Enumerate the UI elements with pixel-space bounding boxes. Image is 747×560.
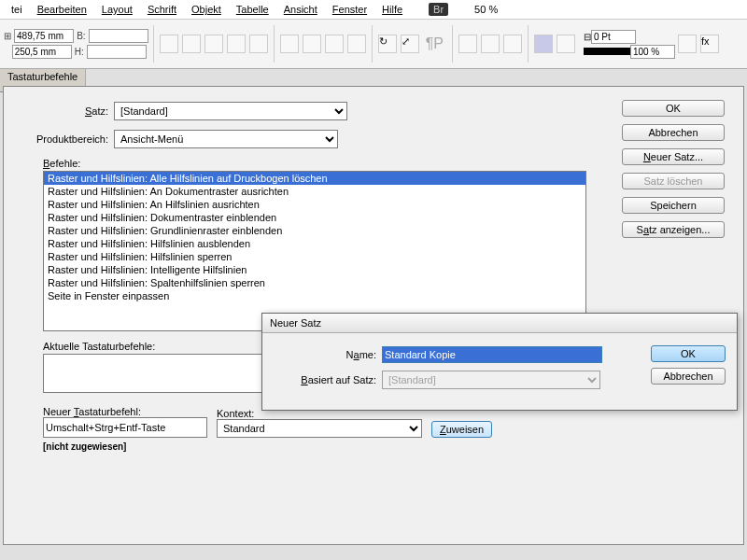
list-item[interactable]: Raster und Hilfslinien: Alle Hilfslinien…	[44, 172, 585, 185]
x-position-field[interactable]	[14, 29, 74, 43]
width-field[interactable]	[89, 29, 148, 43]
toolbar-icon[interactable]	[325, 35, 344, 53]
list-item[interactable]: Raster und Hilfslinien: Grundlinienraste…	[44, 224, 585, 237]
context-select[interactable]: Standard	[217, 419, 422, 438]
ok-button[interactable]: OK	[622, 100, 725, 117]
menu-layout[interactable]: Layout	[94, 4, 140, 15]
list-item[interactable]: Seite in Fenster einpassen	[44, 289, 585, 302]
stroke-style[interactable]	[584, 48, 630, 55]
opacity-field[interactable]	[630, 45, 675, 59]
new-set-button[interactable]: Neuer Satz...	[622, 148, 725, 165]
toolbar-icon[interactable]	[303, 35, 321, 53]
menu-bar: tei Bearbeiten Layout Schrift Objekt Tab…	[0, 0, 747, 20]
menu-file[interactable]: tei	[4, 4, 30, 15]
toolbar-icon[interactable]	[182, 35, 201, 53]
stroke-weight-field[interactable]	[591, 30, 636, 44]
list-item[interactable]: Raster und Hilfslinien: An Dokumentraste…	[44, 185, 585, 198]
flip-icon[interactable]: ⤢	[401, 35, 419, 53]
toolbar-icon[interactable]	[204, 35, 223, 53]
menu-window[interactable]: Fenster	[325, 4, 374, 15]
control-toolbar: ⊞ B: H: ↻⤢¶P ⊟ fx	[0, 20, 747, 69]
toolbar-icon[interactable]	[458, 35, 477, 53]
list-item[interactable]: Raster und Hilfslinien: Hilfslinien sper…	[44, 250, 585, 263]
toolbar-icon[interactable]	[678, 35, 697, 53]
toolbar-icon[interactable]	[280, 35, 299, 53]
toolbar-icon[interactable]	[249, 35, 268, 53]
list-item[interactable]: Raster und Hilfslinien: Intelligente Hil…	[44, 263, 585, 276]
fx-icon[interactable]: fx	[700, 35, 719, 53]
list-item[interactable]: Raster und Hilfslinien: An Hilfslinien a…	[44, 198, 585, 211]
set-select[interactable]: [Standard]	[114, 102, 347, 120]
cancel-button[interactable]: Abbrechen	[622, 124, 725, 141]
menu-table[interactable]: Tabelle	[229, 4, 276, 15]
fill-icon[interactable]	[534, 35, 553, 53]
list-item[interactable]: Raster und Hilfslinien: Hilfslinien ausb…	[44, 237, 585, 250]
bridge-icon[interactable]: Br	[429, 3, 448, 16]
rotate-icon[interactable]: ↻	[378, 35, 397, 53]
new-shortcut-label: Neuer Tastaturbefehl:	[43, 406, 207, 417]
stroke-icon[interactable]	[557, 35, 575, 53]
new-set-modal: Neuer Satz Name: Basiert auf Satz: [Stan…	[261, 313, 738, 411]
product-area-select[interactable]: Ansicht-Menü	[114, 130, 338, 148]
set-label: Satz:	[19, 105, 114, 117]
name-label: Name:	[274, 349, 382, 360]
height-field[interactable]	[87, 45, 147, 59]
show-set-button[interactable]: Satz anzeigen...	[622, 221, 725, 238]
menu-help[interactable]: Hilfe	[374, 4, 410, 15]
modal-ok-button[interactable]: OK	[651, 345, 726, 362]
product-area-label: Produktbereich:	[19, 133, 114, 145]
assignment-status: [nicht zugewiesen]	[43, 441, 728, 452]
based-on-select[interactable]: [Standard]	[382, 371, 600, 389]
menu-object[interactable]: Objekt	[184, 4, 229, 15]
commands-listbox[interactable]: Raster und Hilfslinien: Alle Hilfslinien…	[43, 171, 586, 331]
menu-edit[interactable]: Bearbeiten	[30, 4, 94, 15]
toolbar-icon[interactable]	[160, 35, 178, 53]
toolbar-icon[interactable]	[481, 35, 500, 53]
modal-cancel-button[interactable]: Abbrechen	[651, 368, 726, 385]
paragraph-icon[interactable]: ¶P	[422, 35, 447, 52]
assign-button[interactable]: Zuweisen	[431, 421, 492, 438]
zoom-level[interactable]: 50 %	[467, 4, 505, 15]
list-item[interactable]: Raster und Hilfslinien: Spaltenhilfslini…	[44, 276, 585, 289]
list-item[interactable]: Raster und Hilfslinien: Dokumentraster e…	[44, 211, 585, 224]
name-input[interactable]	[382, 346, 602, 363]
based-on-label: Basiert auf Satz:	[274, 374, 382, 385]
new-shortcut-input[interactable]	[43, 417, 207, 438]
y-position-field[interactable]	[12, 45, 72, 59]
save-button[interactable]: Speichern	[622, 197, 725, 214]
menu-font[interactable]: Schrift	[140, 4, 184, 15]
toolbar-icon[interactable]	[347, 35, 366, 53]
toolbar-icon[interactable]	[503, 35, 522, 53]
menu-view[interactable]: Ansicht	[276, 4, 325, 15]
toolbar-icon[interactable]	[227, 35, 246, 53]
modal-title: Neuer Satz	[262, 314, 737, 333]
delete-set-button: Satz löschen	[622, 173, 725, 189]
